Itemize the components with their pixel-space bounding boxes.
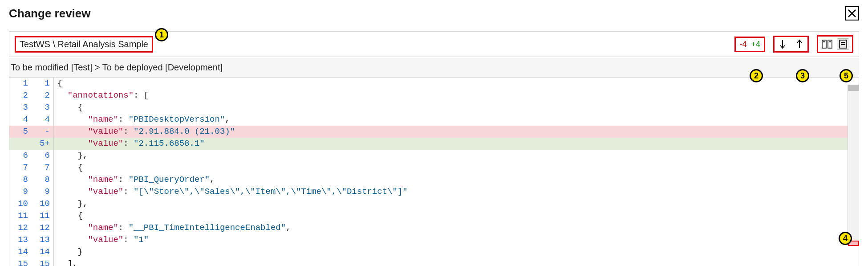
gutter-left: 7 [9,162,32,174]
gutter-right: 14 [32,246,54,258]
gutter-right: 8 [32,174,54,186]
gutter-left [9,138,32,150]
diff-line: 1515 ], [9,258,859,266]
code-cell: "annotations": [ [54,90,859,102]
callout-5: 5 [840,69,853,82]
gutter-right: 12 [32,222,54,234]
svg-rect-5 [841,42,845,43]
gutter-left: 3 [9,102,32,114]
close-icon [847,8,857,18]
gutter-right: 6 [32,150,54,162]
code-cell: ], [54,258,859,266]
gutter-left: 6 [9,150,32,162]
diff-view[interactable]: 11{22 "annotations": [33 {44 "name": "PB… [9,78,859,266]
diff-subheader: To be modified [Test] > To be deployed [… [9,58,859,78]
gutter-right: 1 [32,78,54,90]
code-cell: "name": "PBI_QueryOrder", [54,174,859,186]
code-cell: "value": "2.115.6858.1" [54,138,859,150]
gutter-left: 8 [9,174,32,186]
prev-change-button[interactable] [794,38,805,50]
diff-line: 33 { [9,102,859,114]
gutter-left: 1 [9,78,32,90]
diff-line: 44 "name": "PBIDesktopVersion", [9,114,859,126]
svg-rect-3 [829,41,831,42]
gutter-right: 11 [32,210,54,222]
gutter-left: 10 [9,198,32,210]
code-cell: "value": "2.91.884.0 (21.03)" [54,126,859,138]
code-cell: "name": "PBIDesktopVersion", [54,114,859,126]
breadcrumb: TestWS \ Retail Analysis Sample [15,36,153,53]
gutter-right: 3 [32,102,54,114]
gutter-right: 7 [32,162,54,174]
code-cell: }, [54,150,859,162]
code-cell: { [54,102,859,114]
diff-line: 22 "annotations": [ [9,90,859,102]
side-by-side-icon [822,40,832,49]
gutter-left: 13 [9,234,32,246]
gutter-right: 2 [32,90,54,102]
close-button[interactable] [845,6,859,20]
next-change-button[interactable] [777,38,788,50]
gutter-left: 14 [9,246,32,258]
minimap-slider[interactable] [848,85,859,91]
gutter-left: 2 [9,90,32,102]
diff-line: 1212 "name": "__PBI_TimeIntelligenceEnab… [9,222,859,234]
side-by-side-button[interactable] [821,38,833,50]
callout-2: 2 [750,69,763,82]
gutter-left: 4 [9,114,32,126]
gutter-right: 10 [32,198,54,210]
svg-rect-6 [841,44,845,45]
diff-line: 11{ [9,78,859,90]
code-cell: "value": "1" [54,234,859,246]
page-title: Change review [9,7,91,20]
svg-rect-2 [823,41,825,42]
gutter-left: 9 [9,186,32,198]
gutter-left: 12 [9,222,32,234]
gutter-right: 4 [32,114,54,126]
callout-3: 3 [796,69,809,82]
diff-line: 66 }, [9,150,859,162]
layout-toggle [817,35,853,53]
code-cell: { [54,162,859,174]
gutter-right: 5+ [32,138,54,150]
diff-line: 1010 }, [9,198,859,210]
diff-line: 1313 "value": "1" [9,234,859,246]
inline-button[interactable] [837,38,849,50]
code-cell: "name": "__PBI_TimeIntelligenceEnabled", [54,222,859,234]
code-cell: { [54,210,859,222]
gutter-left: 5 [9,126,32,138]
diff-line: 77 { [9,162,859,174]
code-cell: }, [54,198,859,210]
diff-stats: -4 +4 [734,37,765,52]
code-cell: } [54,246,859,258]
callout-1: 1 [155,28,168,41]
diff-line: 88 "name": "PBI_QueryOrder", [9,174,859,186]
toolbar: TestWS \ Retail Analysis Sample -4 +4 [9,31,859,57]
diff-line: 99 "value": "[\"Store\",\"Sales\",\"Item… [9,186,859,198]
minimap[interactable] [848,85,859,243]
diff-line: 1414 } [9,246,859,258]
gutter-right: - [32,126,54,138]
inline-icon [839,40,847,49]
code-cell: { [54,78,859,90]
arrow-up-icon [796,39,803,49]
gutter-left: 11 [9,210,32,222]
code-cell: "value": "[\"Store\",\"Sales\",\"Item\",… [54,186,859,198]
diff-line-removed: 5- "value": "2.91.884.0 (21.03)" [9,126,859,138]
gutter-right: 9 [32,186,54,198]
svg-rect-1 [828,40,832,48]
callout-4: 4 [839,232,852,245]
gutter-left: 15 [9,258,32,266]
stat-added: +4 [751,40,760,49]
svg-rect-0 [822,40,826,48]
diff-line: 1111 { [9,210,859,222]
gutter-right: 15 [32,258,54,266]
stat-removed: -4 [739,40,746,49]
diff-nav [773,36,809,53]
diff-line-added: 5+ "value": "2.115.6858.1" [9,138,859,150]
gutter-right: 13 [32,234,54,246]
arrow-down-icon [779,39,786,49]
